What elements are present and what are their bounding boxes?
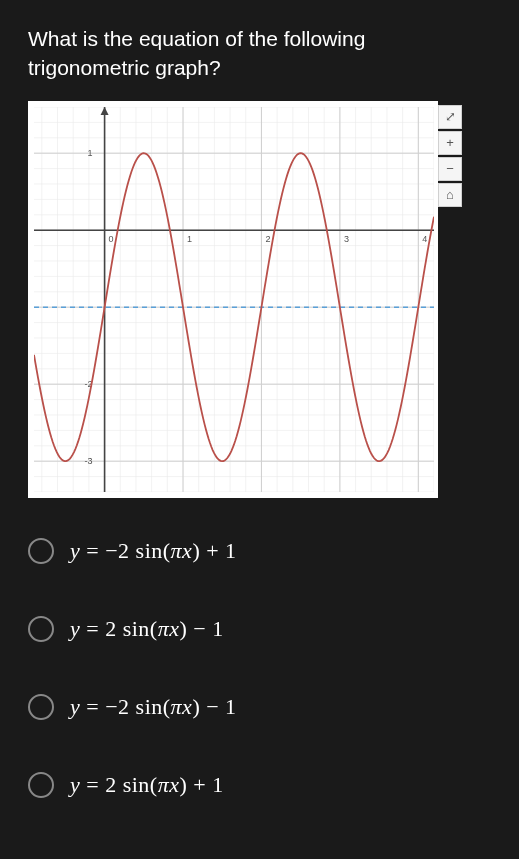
svg-text:1: 1 — [187, 234, 192, 244]
graph-toolbar: ⤢ + − ⌂ — [438, 105, 462, 207]
zoom-in-button[interactable]: + — [438, 131, 462, 155]
svg-text:0: 0 — [109, 234, 114, 244]
fullscreen-button[interactable]: ⤢ — [438, 105, 462, 129]
radio-d[interactable] — [28, 772, 54, 798]
option-d-label: y = 2 sin(πx) + 1 — [70, 772, 224, 798]
radio-c[interactable] — [28, 694, 54, 720]
svg-text:2: 2 — [265, 234, 270, 244]
question-text: What is the equation of the following tr… — [28, 24, 491, 83]
option-a-label: y = −2 sin(πx) + 1 — [70, 538, 237, 564]
radio-a[interactable] — [28, 538, 54, 564]
svg-text:4: 4 — [422, 234, 427, 244]
svg-text:1: 1 — [88, 148, 93, 158]
svg-text:-3: -3 — [85, 456, 93, 466]
graph-plot: 01234-3-21 — [34, 107, 434, 492]
option-c-label: y = −2 sin(πx) − 1 — [70, 694, 237, 720]
radio-b[interactable] — [28, 616, 54, 642]
option-c[interactable]: y = −2 sin(πx) − 1 — [28, 694, 491, 720]
home-button[interactable]: ⌂ — [438, 183, 462, 207]
option-d[interactable]: y = 2 sin(πx) + 1 — [28, 772, 491, 798]
chart-svg: 01234-3-21 — [34, 107, 434, 492]
graph-container: 01234-3-21 ⤢ + − ⌂ — [28, 101, 438, 498]
svg-text:3: 3 — [344, 234, 349, 244]
option-a[interactable]: y = −2 sin(πx) + 1 — [28, 538, 491, 564]
answer-options: y = −2 sin(πx) + 1 y = 2 sin(πx) − 1 y =… — [28, 538, 491, 798]
zoom-out-button[interactable]: − — [438, 157, 462, 181]
svg-marker-65 — [101, 107, 109, 115]
option-b-label: y = 2 sin(πx) − 1 — [70, 616, 224, 642]
option-b[interactable]: y = 2 sin(πx) − 1 — [28, 616, 491, 642]
